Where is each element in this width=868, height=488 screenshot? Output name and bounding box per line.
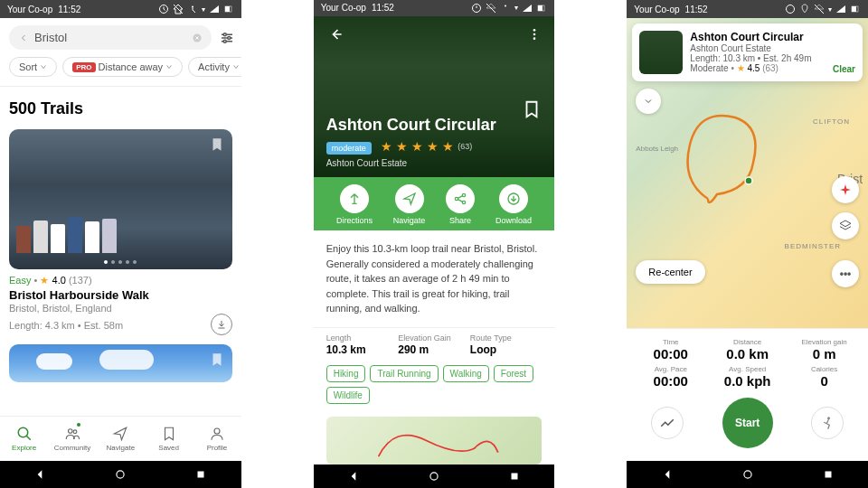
page-title: 500 Trails (0, 87, 241, 129)
elevation-button[interactable] (651, 407, 684, 439)
svg-point-19 (73, 430, 77, 434)
svg-point-4 (192, 6, 193, 8)
directions-button[interactable]: Directions (336, 184, 373, 225)
share-button[interactable]: Share (446, 184, 475, 225)
svg-point-45 (827, 417, 830, 419)
android-nav-bar (627, 461, 868, 488)
tab-navigate[interactable]: Navigate (97, 417, 145, 461)
back-icon[interactable] (33, 468, 46, 481)
search-box[interactable] (9, 25, 212, 50)
bottom-tabs: Explore Community Navigate Saved Profile (0, 416, 241, 461)
clear-button[interactable]: Clear (833, 64, 855, 74)
nav-stats-panel: Time00:00 Distance0.0 km Elevation gain0… (627, 328, 868, 461)
activity-chip[interactable]: Activity (188, 57, 241, 77)
tag[interactable]: Wildlife (326, 387, 370, 404)
tab-community[interactable]: Community (48, 417, 96, 461)
trail-image (9, 129, 232, 269)
recenter-button[interactable]: Re-center (636, 260, 704, 284)
bookmark-icon[interactable] (209, 136, 225, 156)
search-row (0, 18, 241, 57)
download-button[interactable]: Download (495, 184, 532, 225)
filter-chips: Sort PRODistance away Activity Dif (0, 57, 241, 86)
trail-title: Ashton Court Circular (326, 116, 542, 135)
home-icon[interactable] (741, 468, 754, 481)
tab-explore[interactable]: Explore (0, 417, 48, 461)
trail-card[interactable]: Easy • ★ 4.0 (137) Bristol Harbourside W… (9, 129, 232, 335)
rating-value: 4.0 (52, 275, 66, 286)
map-view[interactable]: Ashton Court Circular Ashton Court Estat… (627, 18, 868, 328)
difficulty-label: Easy (9, 275, 31, 286)
start-button[interactable]: Start (722, 398, 773, 448)
bookmark-icon[interactable] (209, 352, 225, 371)
tab-saved[interactable]: Saved (145, 417, 193, 461)
detail-screen: Your Co-op11:52 ▾ Ashton Court Circular … (314, 0, 555, 488)
trail-image (9, 344, 232, 382)
activity-button[interactable] (811, 407, 844, 439)
trail-thumbnail (639, 31, 683, 74)
tag[interactable]: Trail Running (370, 365, 438, 382)
trail-location: Bristol, Bristol, England (9, 303, 232, 314)
svg-rect-39 (511, 473, 517, 479)
sort-chip[interactable]: Sort (9, 57, 57, 77)
status-bar: Your Co-op11:52 ▾ (627, 0, 868, 18)
back-button[interactable] (326, 25, 344, 47)
navigate-button[interactable]: Navigate (393, 184, 426, 225)
trail-stats: Length10.3 km Elevation Gain290 m Route … (314, 328, 555, 365)
chevron-down-icon (40, 63, 47, 70)
home-icon[interactable] (428, 470, 440, 483)
explore-screen: Your Co-op11:52 ▾ Sort PRODistance away … (0, 0, 241, 488)
svg-rect-47 (825, 472, 831, 478)
route-map[interactable] (326, 417, 542, 465)
filter-icon[interactable] (219, 30, 235, 46)
gps-button[interactable] (832, 176, 859, 203)
recent-icon[interactable] (822, 468, 835, 481)
recent-icon[interactable] (508, 470, 521, 483)
home-icon[interactable] (114, 468, 127, 481)
navigate-screen: Your Co-op11:52 ▾ Ashton Court Circular … (627, 0, 868, 488)
bookmark-icon[interactable] (522, 99, 542, 123)
svg-point-38 (430, 473, 438, 480)
distance-chip[interactable]: PRODistance away (62, 57, 183, 77)
recent-icon[interactable] (194, 468, 207, 481)
back-arrow-icon (18, 33, 29, 43)
svg-point-13 (223, 40, 226, 42)
svg-rect-6 (225, 6, 230, 12)
download-button[interactable] (211, 314, 232, 335)
svg-rect-43 (852, 6, 856, 12)
more-button[interactable] (527, 27, 542, 45)
more-button[interactable]: ••• (832, 260, 859, 287)
collapse-button[interactable] (636, 89, 661, 114)
android-nav-bar (314, 465, 555, 488)
trail-card[interactable] (9, 344, 232, 382)
android-nav-bar (0, 461, 241, 488)
svg-point-18 (68, 429, 72, 434)
svg-line-36 (458, 200, 462, 202)
svg-point-26 (505, 5, 506, 6)
tag[interactable]: Hiking (326, 365, 366, 382)
route-overlay (663, 90, 789, 217)
info-title: Ashton Court Circular (690, 31, 826, 43)
trail-description: Enjoy this 10.3-km loop trail near Brist… (314, 230, 555, 327)
search-input[interactable] (34, 31, 186, 44)
svg-point-29 (533, 29, 536, 32)
tag[interactable]: Forest (494, 365, 533, 382)
svg-point-16 (18, 427, 28, 437)
info-stats: Length: 10.3 km • Est. 2h 49m (690, 53, 826, 63)
back-icon[interactable] (661, 468, 674, 481)
star-icon: ★ (40, 275, 49, 286)
clear-icon[interactable] (192, 33, 203, 43)
svg-line-35 (458, 196, 462, 199)
svg-point-46 (744, 471, 751, 478)
back-icon[interactable] (347, 470, 360, 483)
svg-point-40 (787, 5, 795, 14)
trail-stats: Length: 4.3 km • Est. 58m (9, 320, 123, 331)
layers-button[interactable] (832, 212, 859, 239)
tag[interactable]: Walking (443, 365, 489, 382)
svg-rect-22 (198, 472, 204, 478)
trail-info-card[interactable]: Ashton Court Circular Ashton Court Estat… (632, 23, 863, 81)
svg-point-31 (533, 37, 536, 40)
svg-point-12 (228, 36, 231, 39)
hero-image: Ashton Court Circular moderate ★★★★★ (63… (314, 16, 555, 178)
rating: ★★★★★ (63) (381, 139, 472, 154)
tab-profile[interactable]: Profile (193, 417, 241, 461)
